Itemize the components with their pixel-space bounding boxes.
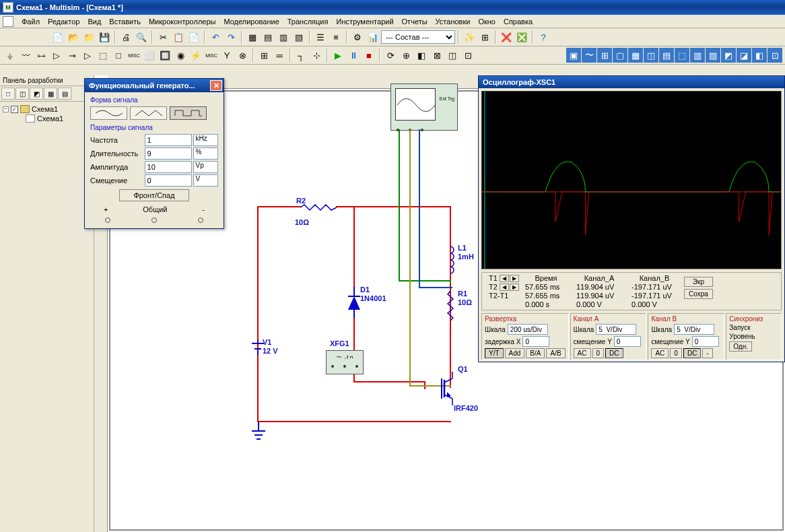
instr-funcgen[interactable]: 〜 <box>582 48 596 63</box>
x2-button[interactable]: ❎ <box>514 30 529 44</box>
menu-reports[interactable]: Отчеты <box>398 16 432 27</box>
preview-button[interactable]: 🔍 <box>134 30 149 44</box>
dp-btn5[interactable]: ▤ <box>58 88 71 100</box>
cha-scale-input[interactable] <box>596 324 636 335</box>
sim1-button[interactable]: ⟳ <box>383 48 398 63</box>
comp-rf[interactable]: Y <box>219 48 234 63</box>
list2-button[interactable]: ≡ <box>329 30 343 44</box>
x1-button[interactable]: ❌ <box>499 30 514 44</box>
amp-unit[interactable]: Vp <box>193 161 218 173</box>
menu-view[interactable]: Вид <box>83 16 105 27</box>
print-button[interactable]: 🖨 <box>118 30 133 44</box>
comp-misc2[interactable]: MISC <box>204 48 219 63</box>
instr-bode[interactable]: ◫ <box>644 48 658 63</box>
checkbox-icon[interactable]: ✓ <box>11 106 18 113</box>
xfg1-instrument[interactable]: 〜 ⩘ ⊓ <box>326 350 364 374</box>
instr-network[interactable]: ⊡ <box>767 48 782 63</box>
net-button[interactable]: ⊞ <box>477 30 492 44</box>
osc-screen[interactable] <box>481 91 782 269</box>
instr-wattmeter[interactable]: ⊞ <box>597 48 612 63</box>
save-scope-button[interactable]: Сохра <box>684 289 713 299</box>
dp-btn3[interactable]: ◩ <box>30 88 43 100</box>
copy-button[interactable]: 📋 <box>171 30 186 44</box>
square-wave-button[interactable] <box>170 106 207 120</box>
terminal-common-icon[interactable] <box>151 218 157 223</box>
t2-right[interactable]: ▶ <box>510 284 519 291</box>
instr-spectrum[interactable]: ◧ <box>752 48 767 63</box>
list1-button[interactable]: ☰ <box>313 30 328 44</box>
place-wire[interactable]: ┐ <box>294 48 308 63</box>
open2-button[interactable]: 📁 <box>81 30 96 44</box>
duty-unit[interactable]: % <box>193 147 218 160</box>
save-button[interactable]: 💾 <box>97 30 112 44</box>
chb-minus-button[interactable]: - <box>702 348 712 358</box>
ab-button[interactable]: A/B <box>546 348 565 358</box>
freq-input[interactable] <box>145 134 192 146</box>
run-button[interactable]: ▶ <box>331 48 345 63</box>
instr-scope[interactable]: ▢ <box>613 48 627 63</box>
comp-bus[interactable]: ═ <box>272 48 287 63</box>
offset-unit[interactable]: V <box>193 174 218 187</box>
wand-button[interactable]: ✨ <box>462 30 477 44</box>
menu-help[interactable]: Справка <box>500 16 537 27</box>
rise-fall-button[interactable]: Фронт/Спад <box>119 189 189 201</box>
comp-ladder[interactable]: ⊞ <box>257 48 271 63</box>
undo-button[interactable]: ↶ <box>208 30 223 44</box>
dp-btn4[interactable]: ▦ <box>44 88 57 100</box>
chb-ypos-input[interactable] <box>692 336 719 347</box>
single-button[interactable]: Одн. <box>729 341 752 352</box>
grid1-button[interactable]: ▦ <box>245 30 260 44</box>
comp-transistor[interactable]: ⊸ <box>65 48 79 63</box>
place-junction[interactable]: ⊹ <box>309 48 324 63</box>
menu-instr[interactable]: Инструментарий <box>332 16 397 27</box>
analysis-button[interactable]: 📊 <box>366 30 380 44</box>
grid2-button[interactable]: ▤ <box>261 30 275 44</box>
ba-button[interactable]: B/A <box>526 348 545 358</box>
t1-right[interactable]: ▶ <box>510 275 519 282</box>
comp-power[interactable]: ⚡ <box>189 48 203 63</box>
comp-source[interactable]: 〰 <box>18 48 33 63</box>
tree-root[interactable]: − ✓ Схема1 <box>3 104 91 114</box>
comp-mixed[interactable]: 🔲 <box>158 48 172 63</box>
osc-titlebar[interactable]: Осциллограф-XSC1 <box>479 76 784 88</box>
cha-dc-button[interactable]: DC <box>605 348 623 358</box>
instr-wordgen[interactable]: ⬚ <box>675 48 689 63</box>
tree-child[interactable]: Схема1 <box>3 114 91 123</box>
instr-freq[interactable]: ▤ <box>659 48 674 63</box>
add-button[interactable]: Add <box>505 348 525 358</box>
menu-edit[interactable]: Редактор <box>44 16 83 27</box>
paste-button[interactable]: 📄 <box>186 30 201 44</box>
instr-iv[interactable]: ◩ <box>721 48 736 63</box>
grid4-button[interactable]: ▧ <box>292 30 306 44</box>
comp-indicator[interactable]: ◉ <box>173 48 188 63</box>
comp-ground[interactable]: ⏚ <box>3 48 18 63</box>
freq-unit[interactable]: kHz <box>193 134 218 146</box>
func-gen-dialog[interactable]: Функциональный генерато... ✕ Форма сигна… <box>84 78 224 229</box>
comp-ic[interactable]: ⬚ <box>96 48 110 63</box>
tb-scale-input[interactable] <box>508 324 548 335</box>
instr-4scope[interactable]: ▦ <box>628 48 643 63</box>
composition-combo[interactable]: --- Состав --- <box>381 30 455 44</box>
yt-button[interactable]: Y/T <box>485 348 504 358</box>
t1-left[interactable]: ◀ <box>500 275 509 282</box>
sim6-button[interactable]: ⊡ <box>460 48 475 63</box>
sim5-button[interactable]: ◫ <box>445 48 460 63</box>
dp-btn1[interactable]: □ <box>1 88 15 100</box>
menu-trans[interactable]: Трансляция <box>283 16 333 27</box>
oscilloscope-window[interactable]: Осциллограф-XSC1 T1◀▶ T2◀▶ T2-T1 Время 5… <box>478 75 785 362</box>
func-gen-titlebar[interactable]: Функциональный генерато... ✕ <box>85 79 224 92</box>
chb-scale-input[interactable] <box>674 324 714 335</box>
chb-dc-button[interactable]: DC <box>683 348 701 358</box>
chb-ac-button[interactable]: AC <box>651 348 669 358</box>
xsc1-instrument[interactable]: Ext Trg <box>390 84 458 131</box>
comp-cmos[interactable]: □ <box>111 48 126 63</box>
close-button[interactable]: ✕ <box>210 80 222 91</box>
t2-left[interactable]: ◀ <box>500 284 509 291</box>
comp-electro[interactable]: ⊗ <box>235 48 250 63</box>
sim2-button[interactable]: ⊕ <box>399 48 413 63</box>
new-button[interactable]: 📄 <box>50 30 65 44</box>
tb-xpos-input[interactable] <box>522 336 549 347</box>
menu-sim[interactable]: Моделирование <box>219 16 283 27</box>
offset-input[interactable] <box>145 174 192 187</box>
dp-btn2[interactable]: ◫ <box>15 88 29 100</box>
